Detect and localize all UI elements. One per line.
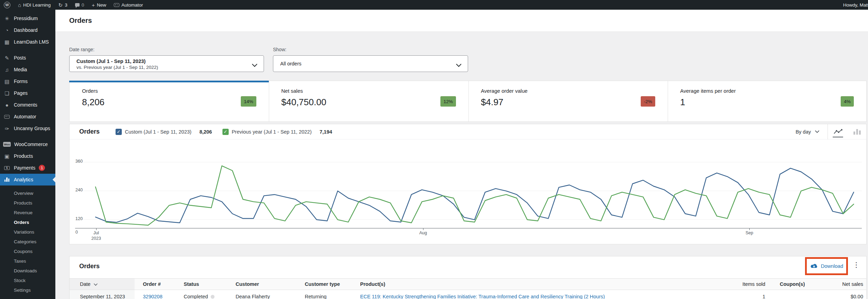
stat-value: 1	[680, 97, 685, 108]
column-header-items-sold[interactable]: Items sold	[742, 281, 765, 287]
sidebar-item-woocommerce[interactable]: Woo WooCommerce	[0, 138, 55, 150]
stat-value: $4.97	[481, 97, 503, 108]
cell-net-sales: $0.00	[851, 294, 863, 299]
column-header-products[interactable]: Product(s)	[360, 281, 385, 287]
updates-icon: ↻	[58, 2, 63, 8]
stat-label: Net sales	[281, 88, 303, 94]
selected-indicator	[69, 81, 269, 82]
show-dropdown[interactable]: All orders	[273, 55, 468, 72]
automator-icon	[3, 115, 10, 119]
submenu-item-categories[interactable]: Categories	[0, 237, 55, 246]
updates-count: 3	[65, 2, 67, 8]
payments-count-badge: 1	[39, 165, 45, 171]
trend-badge-down: -2%	[641, 96, 655, 107]
sidebar-item-label: Comments	[14, 102, 37, 108]
site-name-link[interactable]: ⌂ HDI Learning	[14, 0, 55, 10]
payments-icon: $	[4, 166, 10, 170]
sort-descending-icon	[94, 283, 98, 286]
stat-card-average-order-value[interactable]: Average order value $4.97 -2%	[468, 81, 668, 121]
sidebar-separator	[0, 134, 55, 138]
sidebar-item-label: Pressidium	[14, 16, 38, 21]
sidebar-item-label: LearnDash LMS	[14, 39, 49, 45]
analytics-icon	[3, 178, 10, 182]
submenu-item-stock[interactable]: Stock	[0, 275, 55, 285]
date-range-label: Date range:	[69, 47, 94, 52]
download-label: Download	[821, 263, 843, 269]
card-divider	[468, 81, 469, 121]
sidebar-item-label: Posts	[14, 55, 26, 61]
learndash-icon: ▦	[3, 39, 10, 45]
sorted-column-shade	[70, 279, 135, 290]
page-title: Orders	[69, 17, 92, 25]
comments-icon: ●	[3, 102, 10, 108]
stat-card-orders[interactable]: Orders 8,206 14%	[70, 81, 269, 121]
page-header: Orders F Activity	[55, 10, 868, 32]
cell-product-link[interactable]: ECE 119: Kentucky Strengthening Families…	[360, 294, 605, 299]
submenu-item-downloads[interactable]: Downloads	[0, 266, 55, 275]
pages-icon: ❏	[3, 91, 10, 96]
comment-bubble-icon	[75, 3, 80, 7]
show-value: All orders	[280, 61, 301, 66]
column-header-net-sales[interactable]: Net sales	[842, 281, 863, 287]
more-options-button[interactable]: ⋮	[852, 261, 860, 269]
show-label: Show:	[273, 47, 286, 52]
howdy-account-link[interactable]: Howdy, Matt	[843, 0, 868, 10]
sidebar-item-media[interactable]: ♫ Media	[0, 64, 55, 75]
sidebar-item-products[interactable]: ▣ Products	[0, 150, 55, 162]
column-header-customer[interactable]: Customer	[236, 281, 259, 287]
submenu-item-settings[interactable]: Settings	[0, 285, 55, 295]
date-range-dropdown[interactable]: Custom (Jul 1 - Sep 11, 2023) vs. Previo…	[69, 55, 264, 72]
submenu-item-products[interactable]: Products	[0, 198, 55, 208]
wordpress-icon: W	[4, 2, 10, 8]
stat-label: Orders	[82, 88, 98, 94]
cell-order-number-link[interactable]: 3290208	[143, 294, 162, 299]
orders-table-panel: Orders Download ⋮ Date Order # Status Cu…	[69, 256, 867, 299]
home-icon: ⌂	[18, 2, 21, 8]
sidebar-item-posts[interactable]: ✎ Posts	[0, 52, 55, 64]
sidebar-item-comments[interactable]: ● Comments	[0, 99, 55, 111]
submenu-item-revenue[interactable]: Revenue	[0, 208, 55, 217]
media-icon: ♫	[3, 67, 10, 72]
column-header-date[interactable]: Date	[80, 281, 98, 287]
sidebar-item-label: Dashboard	[14, 27, 38, 33]
submenu-item-overview[interactable]: Overview	[0, 188, 55, 198]
sidebar-item-learndash[interactable]: ▦ LearnDash LMS	[0, 36, 55, 48]
stat-label: Average items per order	[680, 88, 736, 94]
wp-logo-menu[interactable]: W	[0, 0, 14, 10]
column-header-order-number[interactable]: Order #	[143, 281, 161, 287]
submenu-item-coupons[interactable]: Coupons	[0, 246, 55, 256]
submenu-item-orders[interactable]: Orders	[0, 217, 55, 227]
sidebar-item-pages[interactable]: ❏ Pages	[0, 87, 55, 99]
woocommerce-analytics-orders-page: W ⌂ HDI Learning ↻ 3 0 + New Automator H…	[0, 0, 868, 299]
column-header-customer-type[interactable]: Customer type	[305, 281, 340, 287]
column-header-coupons[interactable]: Coupon(s)	[780, 281, 805, 287]
sidebar-item-pressidium[interactable]: ✳ Pressidium	[0, 12, 55, 24]
download-button[interactable]: Download	[805, 257, 848, 275]
stat-card-average-items-per-order[interactable]: Average items per order 1 4%	[668, 81, 866, 121]
new-content-link[interactable]: + New	[88, 0, 110, 10]
stat-card-net-sales[interactable]: Net sales $40,750.00 12%	[269, 81, 468, 121]
woocommerce-icon: Woo	[3, 142, 11, 147]
table-header-row: Date Order # Status Customer Customer ty…	[70, 278, 866, 290]
sidebar-item-automator[interactable]: Automator	[0, 111, 55, 123]
sidebar-item-uncanny-groups[interactable]: ✑ Uncanny Groups	[0, 123, 55, 134]
sidebar-item-analytics[interactable]: Analytics	[0, 174, 55, 185]
chevron-down-icon	[252, 62, 257, 69]
dashboard-icon: ◔	[3, 28, 10, 33]
column-header-status[interactable]: Status	[184, 281, 199, 287]
comments-link[interactable]: 0	[71, 0, 88, 10]
updates-link[interactable]: ↻ 3	[55, 0, 71, 10]
sidebar-item-payments[interactable]: $ Payments 1	[0, 162, 55, 174]
automator-admin-link[interactable]: Automator	[110, 0, 147, 10]
orders-chart-panel: Orders ✓ Custom (Jul 1 - Sep 11, 2023) 8…	[69, 124, 867, 244]
posts-icon: ✎	[3, 55, 10, 61]
sidebar-item-forms[interactable]: ▤ Forms	[0, 75, 55, 87]
submenu-item-taxes[interactable]: Taxes	[0, 256, 55, 266]
products-icon: ▣	[3, 154, 10, 159]
submenu-item-variations[interactable]: Variations	[0, 227, 55, 237]
date-range-compare: vs. Previous year (Jul 1 - Sep 11, 2022)	[76, 65, 158, 70]
stat-label: Average order value	[481, 88, 528, 94]
card-divider	[668, 81, 668, 121]
site-name: HDI Learning	[23, 2, 51, 8]
sidebar-item-dashboard[interactable]: ◔ Dashboard	[0, 24, 55, 36]
